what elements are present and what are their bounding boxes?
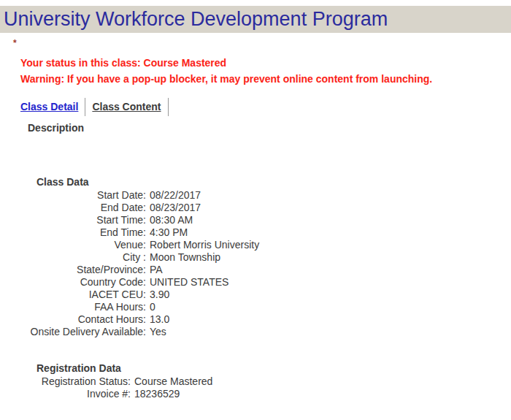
field-label: Invoice #: bbox=[0, 388, 131, 400]
field-label: City : bbox=[0, 251, 146, 264]
field-value: Course Mastered bbox=[134, 375, 212, 388]
field-label: Registration Status: bbox=[0, 375, 131, 388]
field-value: 13.0 bbox=[150, 313, 169, 326]
field-value: Moon Township bbox=[150, 251, 220, 264]
registration-data-heading: Registration Data bbox=[36, 362, 511, 375]
field-value: 08/23/2017 bbox=[150, 202, 201, 214]
tab-separator bbox=[168, 98, 169, 116]
section-gap bbox=[0, 338, 511, 362]
field-value: UNITED STATES bbox=[150, 276, 228, 289]
status-messages: Your status in this class: Course Master… bbox=[20, 55, 511, 87]
tab-class-detail[interactable]: Class Detail bbox=[20, 101, 78, 112]
required-asterisk: * bbox=[13, 38, 511, 48]
field-value: 3.90 bbox=[150, 289, 169, 301]
tab-separator bbox=[85, 98, 85, 116]
registration-data-table: Registration Status: Course Mastered Inv… bbox=[0, 375, 511, 400]
table-row: Start Time: 08:30 AM bbox=[0, 214, 511, 226]
status-line: Your status in this class: Course Master… bbox=[20, 55, 511, 71]
table-row: Contact Hours: 13.0 bbox=[0, 313, 511, 326]
tab-class-content[interactable]: Class Content bbox=[92, 101, 161, 112]
tab-bar: Class Detail Class Content bbox=[20, 97, 511, 116]
table-row: End Date: 08/23/2017 bbox=[0, 202, 511, 214]
field-label: End Date: bbox=[0, 202, 146, 214]
field-label: FAA Hours: bbox=[0, 301, 146, 313]
table-row: Country Code: UNITED STATES bbox=[0, 276, 511, 289]
table-row: FAA Hours: 0 bbox=[0, 301, 511, 313]
class-data-table: Start Date: 08/22/2017 End Date: 08/23/2… bbox=[0, 189, 511, 338]
description-heading: Description bbox=[28, 122, 511, 134]
field-label: Onsite Delivery Available: bbox=[0, 326, 146, 338]
table-row: State/Province: PA bbox=[0, 264, 511, 276]
field-label: Contact Hours: bbox=[0, 313, 146, 326]
field-label: Start Time: bbox=[0, 214, 146, 226]
field-value: 08:30 AM bbox=[150, 214, 193, 226]
field-label: IACET CEU: bbox=[0, 289, 146, 301]
table-row: Onsite Delivery Available: Yes bbox=[0, 326, 511, 338]
field-label: End Time: bbox=[0, 226, 146, 239]
description-body bbox=[0, 134, 511, 176]
field-value: 08/22/2017 bbox=[150, 189, 201, 202]
table-row: Start Date: 08/22/2017 bbox=[0, 189, 511, 202]
page-title: University Workforce Development Program bbox=[4, 8, 388, 31]
table-row: End Time: 4:30 PM bbox=[0, 226, 511, 239]
table-row: Invoice #: 18236529 bbox=[0, 388, 511, 400]
field-label: Venue: bbox=[0, 239, 146, 251]
popup-warning-line: Warning: If you have a pop-up blocker, i… bbox=[20, 71, 511, 87]
table-row: Venue: Robert Morris University bbox=[0, 239, 511, 251]
table-row: Registration Status: Course Mastered bbox=[0, 375, 511, 388]
page-header: University Workforce Development Program bbox=[0, 6, 511, 33]
class-data-heading: Class Data bbox=[36, 176, 511, 188]
field-label: Country Code: bbox=[0, 276, 146, 289]
field-value: 0 bbox=[150, 301, 155, 313]
field-label: State/Province: bbox=[0, 264, 146, 276]
table-row: IACET CEU: 3.90 bbox=[0, 289, 511, 301]
field-value: 4:30 PM bbox=[150, 226, 188, 239]
table-row: City : Moon Township bbox=[0, 251, 511, 264]
field-value: Yes bbox=[150, 326, 166, 338]
field-value: Robert Morris University bbox=[150, 239, 259, 251]
field-value: 18236529 bbox=[134, 388, 180, 400]
field-label: Start Date: bbox=[0, 189, 146, 202]
field-value: PA bbox=[150, 264, 163, 276]
